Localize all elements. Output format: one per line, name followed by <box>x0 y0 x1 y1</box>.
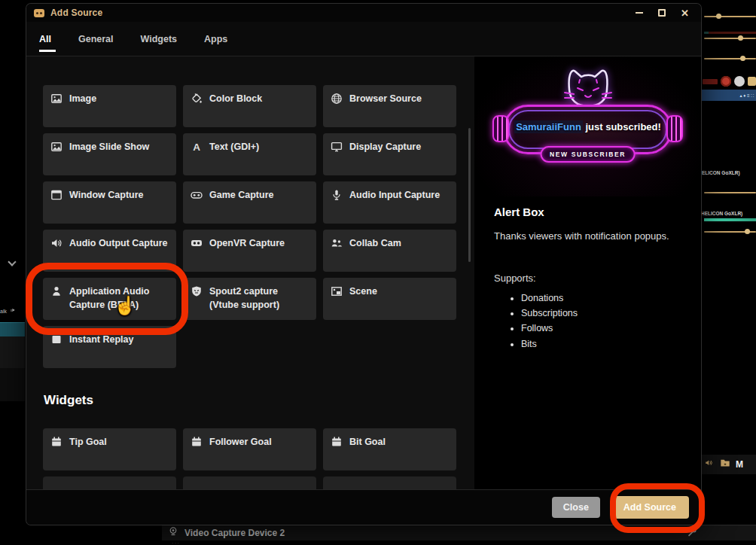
mixer-slider[interactable] <box>704 58 756 59</box>
notification-bar: ▴ ♦ ≡ ∷ <box>701 90 756 101</box>
background-mixer-strip: ▴ ♦ ≡ ∷ ELICON GoXLR) HELICON GoXLR) M <box>701 0 756 545</box>
supports-item: Follows <box>521 321 701 336</box>
source-button[interactable]: Audio Input Capture <box>323 181 456 224</box>
source-button[interactable]: OpenVR Capture <box>183 230 316 272</box>
source-label: Browser Source <box>349 92 422 105</box>
wrench-icon[interactable] <box>687 527 697 540</box>
text-icon: A <box>191 141 203 153</box>
screen: ▴ ♦ ≡ ∷ ELICON GoXLR) HELICON GoXLR) M a… <box>0 0 756 545</box>
source-label: Bit Goal <box>349 435 386 449</box>
source-button[interactable]: Game Capture <box>183 181 316 224</box>
slider-knob[interactable] <box>745 229 750 234</box>
new-subscriber-badge: NEW SUBSCRIBER <box>540 146 636 163</box>
record-timer <box>703 79 718 84</box>
background-toolbar: M <box>701 455 756 474</box>
chevron-down-icon[interactable] <box>8 257 16 266</box>
alert-message-text: SamuraiiFunn just subscribed! <box>474 121 701 132</box>
source-button[interactable]: AText (GDI+) <box>183 133 316 175</box>
source-button[interactable]: Color Block <box>183 85 316 127</box>
tab-general[interactable]: General <box>78 22 114 56</box>
add-source-button[interactable]: Add Source <box>611 496 689 519</box>
dialog-title: Add Source <box>50 8 102 18</box>
supports-item: Subscriptions <box>521 306 701 321</box>
source-label: Image Slide Show <box>69 140 149 154</box>
source-button[interactable]: Spout2 capture (Vtube support) <box>183 278 316 320</box>
mixer-slider[interactable] <box>704 16 756 17</box>
dialog-body: ImageColor BlockBrowser SourceImage Slid… <box>26 56 701 489</box>
source-button[interactable]: Image Slide Show <box>43 133 176 175</box>
sources-grid: ImageColor BlockBrowser SourceImage Slid… <box>43 85 474 368</box>
source-button[interactable]: Application Audio Capture (BETA) <box>43 278 176 320</box>
goal-calendar-icon <box>50 436 62 448</box>
background-source-row[interactable]: Video Capture Device 2 <box>162 525 756 540</box>
source-button[interactable]: Tip Goal <box>43 428 176 470</box>
source-label: Follower Goal <box>209 435 272 449</box>
speaker-wave-icon[interactable] <box>705 458 715 471</box>
widgets-partial-grid <box>43 476 474 489</box>
tab-widgets[interactable]: Widgets <box>141 22 178 56</box>
source-button[interactable]: Window Capture <box>43 181 176 224</box>
source-button[interactable]: Bit Goal <box>323 428 456 470</box>
mute-speaker-icon[interactable] <box>8 307 15 315</box>
source-label: Audio Input Capture <box>349 188 440 202</box>
widgets-grid: Tip GoalFollower GoalBit Goal <box>43 428 474 470</box>
mixer-slider[interactable] <box>704 38 756 39</box>
person-icon <box>50 285 62 297</box>
scrollbar[interactable] <box>468 128 471 262</box>
source-button[interactable]: Audio Output Capture <box>43 230 176 272</box>
source-button[interactable]: Collab Cam <box>323 230 456 272</box>
widgets-section-title: Widgets <box>44 393 474 408</box>
monitor-icon <box>331 141 343 153</box>
paint-bucket-icon <box>191 93 203 105</box>
folder-add-icon[interactable] <box>720 458 730 471</box>
background-left-label: alk <box>0 307 15 315</box>
record-button[interactable] <box>721 76 731 87</box>
source-button[interactable]: Image <box>43 85 176 127</box>
image-icon <box>50 93 62 105</box>
go-live-button[interactable] <box>748 77 756 86</box>
preview-title: Alert Box <box>494 206 701 218</box>
pause-button[interactable] <box>734 76 745 87</box>
gamepad-icon <box>191 189 203 201</box>
mixer-slider[interactable] <box>704 192 756 193</box>
source-label: Audio Output Capture <box>69 236 168 250</box>
microphone-icon <box>331 189 343 201</box>
close-window-button[interactable]: ✕ <box>681 8 689 18</box>
supports-label: Supports: <box>494 272 681 284</box>
source-button[interactable]: Follower Goal <box>183 428 316 470</box>
webcam-icon <box>168 526 178 540</box>
dialog-titlebar[interactable]: Add Source ✕ <box>26 4 701 22</box>
volume-meter <box>704 218 756 221</box>
source-button[interactable]: Scene <box>323 278 456 320</box>
source-button[interactable]: Display Capture <box>323 133 456 175</box>
slider-knob[interactable] <box>716 14 721 19</box>
source-label: Collab Cam <box>349 236 401 250</box>
close-button[interactable]: Close <box>552 497 600 518</box>
tab-all[interactable]: All <box>39 22 51 56</box>
source-button[interactable] <box>323 476 456 489</box>
mask-icon <box>191 285 203 297</box>
source-row-label: Video Capture Device 2 <box>184 528 285 538</box>
source-label: Instant Replay <box>69 333 133 346</box>
slider-knob[interactable] <box>740 56 745 61</box>
replay-icon <box>50 333 62 346</box>
tab-apps[interactable]: Apps <box>204 22 227 56</box>
minimize-button[interactable] <box>636 12 643 14</box>
source-label: Window Capture <box>69 188 144 202</box>
background-menu-label: M <box>736 459 743 470</box>
supports-item: Bits <box>521 336 701 352</box>
preview-panel: SamuraiiFunn just subscribed! NEW SUBSCR… <box>474 56 701 489</box>
maximize-button[interactable] <box>658 9 666 17</box>
people-icon <box>331 237 343 249</box>
source-button[interactable]: Browser Source <box>323 85 456 127</box>
source-button[interactable] <box>43 476 176 489</box>
background-row <box>0 368 25 401</box>
alert-preview-image: SamuraiiFunn just subscribed! NEW SUBSCR… <box>474 56 701 196</box>
mixer-source-label: ELICON GoXLR) <box>702 170 740 175</box>
slider-knob[interactable] <box>738 35 743 41</box>
source-button[interactable]: Instant Replay <box>43 326 176 368</box>
source-button[interactable] <box>183 476 316 489</box>
svg-text:A: A <box>193 142 200 153</box>
source-label: Game Capture <box>209 188 273 202</box>
speaker-icon <box>50 237 62 249</box>
